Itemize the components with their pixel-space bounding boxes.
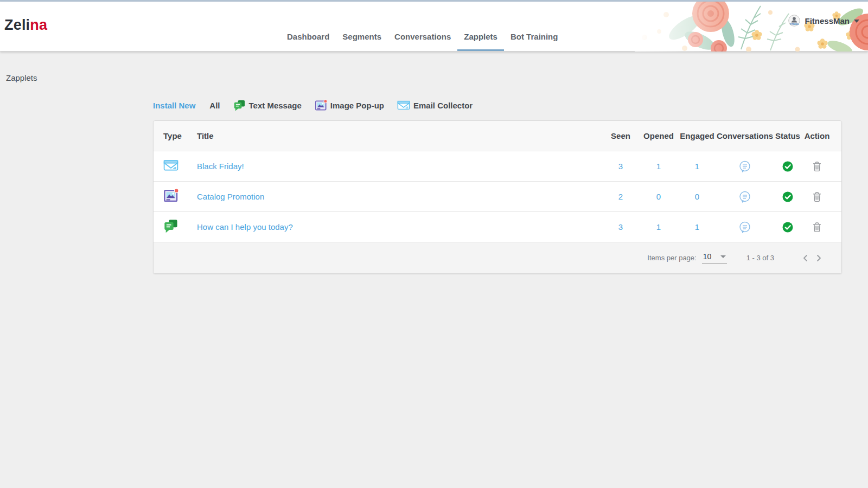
status-active-icon[interactable] bbox=[782, 191, 793, 202]
column-header-engaged: Engaged bbox=[678, 131, 717, 140]
table-row: Black Friday! 3 1 1 bbox=[154, 151, 841, 182]
conversations-icon[interactable] bbox=[739, 221, 751, 233]
chevron-right-icon bbox=[816, 254, 822, 262]
page-title: Zapplets bbox=[6, 73, 37, 82]
chevron-down-icon bbox=[720, 255, 726, 258]
table-header-row: Type Title Seen Opened Engaged Conversat… bbox=[154, 121, 841, 151]
user-menu[interactable]: FITNESS FitnessMan bbox=[788, 15, 859, 27]
email-collector-icon bbox=[397, 99, 410, 112]
row-type-cell bbox=[154, 188, 197, 205]
text-message-icon bbox=[163, 219, 178, 235]
column-header-conversations: Conversations bbox=[717, 131, 773, 140]
nav-item-zapplets[interactable]: Zapplets bbox=[457, 24, 504, 51]
floral-header-decoration bbox=[635, 2, 868, 52]
row-type-cell bbox=[154, 219, 197, 235]
seen-count[interactable]: 2 bbox=[618, 192, 623, 201]
items-per-page-label: Items per page: bbox=[647, 254, 696, 262]
status-active-icon[interactable] bbox=[782, 161, 793, 172]
opened-count[interactable]: 1 bbox=[656, 222, 661, 232]
previous-page-button[interactable] bbox=[798, 252, 812, 264]
opened-count[interactable]: 1 bbox=[656, 162, 661, 171]
column-header-title: Title bbox=[197, 131, 602, 140]
install-new-link[interactable]: Install New bbox=[153, 101, 195, 110]
image-popup-icon bbox=[315, 99, 327, 112]
brand-accent: na bbox=[30, 17, 47, 33]
column-header-seen: Seen bbox=[602, 131, 640, 140]
email-collector-icon bbox=[163, 158, 178, 175]
next-page-button[interactable] bbox=[812, 252, 826, 264]
column-header-action: Action bbox=[802, 131, 832, 140]
status-active-icon[interactable] bbox=[782, 222, 793, 233]
conversations-icon[interactable] bbox=[739, 191, 751, 203]
delete-button[interactable] bbox=[813, 162, 821, 171]
filter-image-popup[interactable]: Image Pop-up bbox=[315, 99, 384, 112]
row-type-cell bbox=[154, 158, 197, 175]
pagination-range: 1 - 3 of 3 bbox=[746, 254, 774, 262]
floral-illustration bbox=[635, 2, 868, 52]
items-per-page-value: 10 bbox=[703, 252, 712, 261]
filter-email-collector-label: Email Collector bbox=[413, 101, 473, 110]
filter-all[interactable]: All bbox=[209, 101, 220, 110]
delete-button[interactable] bbox=[813, 222, 821, 232]
app-header: Zelina Dashboard Segments Conversations … bbox=[0, 2, 868, 52]
chevron-down-icon bbox=[854, 20, 859, 23]
table-row: How can I help you today? 3 1 1 bbox=[154, 212, 841, 242]
seen-count[interactable]: 3 bbox=[618, 222, 623, 232]
filter-email-collector[interactable]: Email Collector bbox=[397, 99, 473, 112]
brand-primary: Zeli bbox=[4, 17, 30, 33]
filter-text-message[interactable]: Text Message bbox=[233, 99, 302, 112]
zapplets-table: Type Title Seen Opened Engaged Conversat… bbox=[153, 120, 842, 274]
main-nav: Dashboard Segments Conversations Zapplet… bbox=[280, 24, 564, 51]
table-row: Catalog Promotion 2 0 0 bbox=[154, 182, 841, 212]
conversations-icon[interactable] bbox=[739, 160, 751, 172]
zapplet-filter-bar: Install New All Text Message Image Pop-u… bbox=[153, 99, 486, 112]
engaged-count[interactable]: 1 bbox=[695, 162, 699, 171]
table-pagination: Items per page: 10 1 - 3 of 3 bbox=[154, 242, 841, 273]
chevron-left-icon bbox=[802, 254, 808, 262]
engaged-count[interactable]: 1 bbox=[695, 222, 699, 232]
nav-item-segments[interactable]: Segments bbox=[336, 24, 388, 51]
column-header-opened: Opened bbox=[640, 131, 678, 140]
user-name: FitnessMan bbox=[805, 16, 850, 25]
brand-logo[interactable]: Zelina bbox=[4, 17, 47, 34]
delete-button[interactable] bbox=[813, 192, 821, 202]
zapplet-title-link[interactable]: How can I help you today? bbox=[197, 222, 293, 232]
items-per-page-select[interactable]: 10 bbox=[702, 252, 727, 264]
seen-count[interactable]: 3 bbox=[618, 162, 623, 171]
text-message-icon bbox=[233, 99, 246, 112]
filter-all-label: All bbox=[209, 101, 220, 110]
nav-item-bot-training[interactable]: Bot Training bbox=[504, 24, 565, 51]
zapplet-title-link[interactable]: Black Friday! bbox=[197, 162, 244, 171]
column-header-status: Status bbox=[773, 131, 802, 140]
zapplet-title-link[interactable]: Catalog Promotion bbox=[197, 192, 264, 201]
engaged-count[interactable]: 0 bbox=[695, 192, 699, 201]
avatar: FITNESS bbox=[788, 15, 800, 27]
nav-item-dashboard[interactable]: Dashboard bbox=[280, 24, 336, 51]
nav-item-conversations[interactable]: Conversations bbox=[388, 24, 457, 51]
filter-image-popup-label: Image Pop-up bbox=[330, 101, 384, 110]
image-popup-icon bbox=[163, 188, 178, 205]
opened-count[interactable]: 0 bbox=[656, 192, 661, 201]
column-header-type: Type bbox=[154, 131, 197, 140]
filter-text-message-label: Text Message bbox=[249, 101, 302, 110]
svg-text:FITNESS: FITNESS bbox=[790, 23, 799, 25]
